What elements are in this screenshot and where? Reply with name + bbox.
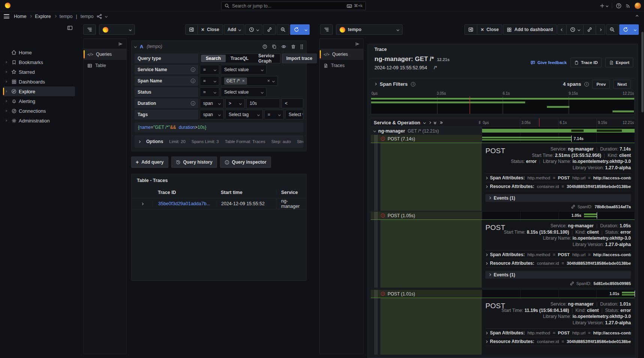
run-query-interval-button[interactable] [303,24,310,35]
zoom-out-button[interactable] [606,24,619,35]
permalink-button[interactable] [583,24,596,35]
sidebar-item-home[interactable]: Home [3,48,75,57]
breadcrumb-query[interactable]: tempo [81,14,94,19]
span-attributes-row[interactable]: Span Attributes: http.method=POST http.u… [485,174,631,182]
sidebar-item-dashboards[interactable]: Dashboards [3,77,75,87]
split-close-button[interactable] [464,24,477,35]
span-name-value-select[interactable]: GET /*× × [221,76,278,86]
collapse-rail-button[interactable] [320,39,363,49]
export-button[interactable]: Export [605,58,633,67]
import-trace-button[interactable]: Import trace [282,54,317,63]
breadcrumb-explore[interactable]: Explore [35,14,51,19]
pane-scrollbar[interactable] [641,32,644,112]
span-row[interactable]: ! POST (1.05s) 1.05s [371,212,635,219]
span-id[interactable]: SpanID:78b8cbaa6514af7a [571,204,631,209]
panel-title[interactable]: Trace [371,44,635,55]
span-attributes-row[interactable]: Span Attributes: http.method=POST http.u… [485,251,631,259]
sidebar-item-connections[interactable]: Connections [3,106,75,116]
new-button[interactable] [600,3,608,8]
time-shift-back-button[interactable] [557,24,567,35]
span-bar[interactable] [584,213,597,217]
query-inspector-button[interactable]: Query inspector [220,157,271,168]
help-icon[interactable] [616,3,622,9]
service-operation-header[interactable]: Service & Operation [374,120,420,125]
duration-max-operator-select[interactable]: < [282,98,303,108]
user-avatar[interactable] [635,3,641,9]
col-service[interactable]: Service [276,190,306,195]
remove-chip-icon[interactable]: × [242,78,245,84]
chevron-down-icon[interactable] [105,15,108,18]
span-bar[interactable] [482,129,635,133]
sidebar-item-starred[interactable]: Starred [3,67,75,77]
split-open-button[interactable] [185,24,198,35]
collapse-span-icon[interactable] [373,130,376,132]
expand-one-icon[interactable] [429,122,431,124]
column-resizer[interactable]: ‖ [479,121,481,125]
search-input[interactable]: Search or jump to... ⌘+k [221,1,366,10]
grafana-logo-icon[interactable] [5,3,10,8]
clear-icon[interactable]: × [267,78,270,84]
collapse-all-icon[interactable] [434,121,436,124]
query-help-icon[interactable] [262,44,267,49]
query-ref-id[interactable]: A [140,44,143,49]
add-query-button[interactable]: +Add query [131,157,168,168]
col-start-time[interactable]: Start time [216,190,276,195]
duration-scope-select[interactable]: span [200,98,224,108]
duration-value-input[interactable]: 10s [246,98,280,108]
drag-handle-icon[interactable] [300,44,303,49]
resource-attributes-row[interactable]: Resource Attributes: container.id=304fd8… [485,259,631,268]
datasource-picker[interactable] [99,24,135,35]
delete-query-icon[interactable] [291,44,296,49]
collapse-query-icon[interactable] [134,45,137,48]
span-id[interactable]: SpanID:5d81ebc850b09985 [570,281,631,286]
status-value-select[interactable]: Select value [221,87,267,97]
close-pane-button[interactable]: ×Close [198,24,223,35]
rail-item-traces[interactable]: Traces [320,60,363,71]
collapse-rail-button[interactable] [84,39,126,49]
sidebar-item-bookmarks[interactable]: Bookmarks [3,57,75,67]
trace-id-button[interactable]: Trace ID [571,58,602,67]
dock-menu-icon[interactable] [67,25,73,31]
news-icon[interactable] [625,3,631,9]
trace-minimap[interactable]: 0μs 3.05s 6.1s 9.15s 12.21s [371,91,635,114]
minimap-canvas[interactable] [371,96,635,114]
span-attributes-row[interactable]: Span Attributes: http.method=POST http.u… [485,329,631,337]
events-row[interactable]: Events (1) [485,194,631,202]
time-picker-button[interactable] [566,24,584,35]
expand-all-icon[interactable] [439,122,442,124]
query-type-search[interactable]: Search [201,55,226,62]
duplicate-query-icon[interactable] [272,44,277,49]
span-row[interactable]: ! POST (7.14s) 7.14s [371,135,635,143]
col-trace-id[interactable]: Trace ID [153,190,216,195]
service-name-value-select[interactable]: Select value [221,65,267,75]
prev-span-button[interactable]: Prev [592,80,610,89]
disable-query-icon[interactable] [281,44,286,49]
run-query-button[interactable] [619,24,632,35]
rail-item-table[interactable]: Table [84,60,126,71]
collapse-toolbar-icon[interactable] [636,15,638,18]
rail-item-queries[interactable]: </>Queries [84,49,126,60]
span-row[interactable]: ! POST (1.01s) 1.01s [371,290,635,298]
sidebar-item-administration[interactable]: Administration [3,116,75,125]
time-picker-button[interactable] [245,24,262,35]
give-feedback-link[interactable]: Give feedback [530,60,567,65]
tags-operator-select[interactable]: = [264,110,284,119]
row-expander[interactable] [132,203,153,205]
trace-id-link[interactable]: 35be0f3d29a01adda7b... [153,201,216,206]
add-to-dashboard-button[interactable]: Add to dashboard [503,24,557,35]
resource-attributes-row[interactable]: Resource Attributes: container.id=304fd8… [485,182,631,191]
breadcrumb-home[interactable]: Home [14,14,26,19]
expand-filters-icon[interactable] [374,83,377,85]
sidebar-item-explore[interactable]: Explore [3,87,75,96]
service-name-operator-select[interactable]: = [200,65,219,75]
query-type-traceql[interactable]: TraceQL [226,55,253,62]
run-query-button[interactable] [290,24,303,35]
close-pane-button[interactable]: ×Close [477,24,502,35]
next-span-button[interactable]: Next [613,80,631,89]
breadcrumb-datasource[interactable]: tempo [60,14,73,19]
rail-item-queries[interactable]: </>Queries [320,49,363,60]
span-filters-label[interactable]: Span Filters [380,81,407,87]
panel-title[interactable]: Table - Traces [132,174,306,187]
events-row[interactable]: Events (1) [485,271,631,279]
tags-key-select[interactable]: Select tag [225,110,263,119]
